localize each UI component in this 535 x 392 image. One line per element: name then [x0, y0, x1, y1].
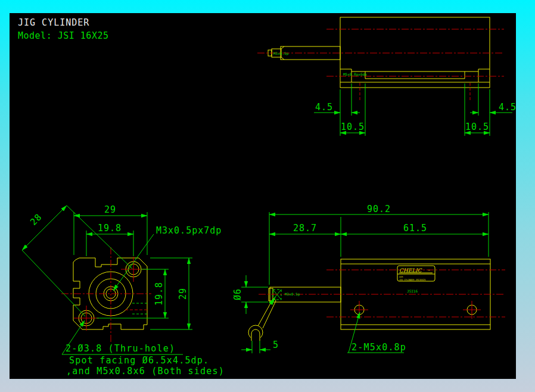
dim-hole-span-v: 19.8: [154, 282, 164, 306]
cad-drawing: JIG CYLINDER Model: JSI 16X25 M3x0.5p M5…: [10, 13, 516, 379]
side-view: CHELIC ™ AIR JIG CYLINDER JSI16X25 JSI16…: [232, 204, 505, 353]
model-label: Model: JSI 16X25: [18, 30, 109, 41]
dim-total-length: 90.2: [367, 204, 391, 214]
port-callout: 2-M5x0.8p: [352, 342, 406, 353]
dim-right-offset: 4.5: [499, 102, 516, 113]
dim-rod-diameter: Ø6: [232, 288, 243, 300]
brand-logo: CHELIC: [399, 267, 422, 273]
dim-left-pitch: 10.5: [341, 122, 365, 132]
front-view: 29 19.8 28 M3x0.5px7dp 19.8 29 2-Ø3.8 (T…: [22, 204, 225, 377]
cylinder-body-outline: [340, 17, 490, 88]
body-marking: JSI16: [407, 289, 418, 293]
note-thru-hole: 2-Ø3.8 (Thru-hole): [66, 343, 175, 354]
dim-hole-span-h: 19.8: [98, 223, 122, 234]
hidden-lines: [132, 303, 149, 314]
dim-wrench-flats: 5: [273, 340, 279, 350]
dim-right-pitch: 10.5: [465, 122, 489, 132]
note-thread-both-sides: ,and M5x0.8x6 (Both sides): [66, 366, 225, 377]
cad-drawing-canvas[interactable]: JIG CYLINDER Model: JSI 16X25 M3x0.5p M5…: [10, 13, 516, 379]
dim-height: 29: [178, 288, 188, 300]
port-thread-label: M5x0.8px6dp: [343, 72, 367, 77]
top-side-view: M3x0.5p M5x0.8px6dp 4.5 10.5 4.5 10.5: [257, 17, 516, 136]
dim-rod-section: 28.7: [293, 223, 317, 234]
port-centerlines: [360, 83, 470, 100]
note-spot-facing: Spot facing Ø6.5x4.5dp.: [69, 355, 209, 366]
rod-thread-label: M3x0.5p: [285, 292, 300, 297]
rod-thread-label: M3x0.5p: [273, 51, 289, 56]
nameplate: CHELIC ™ AIR JIG CYLINDER JSI16X25: [397, 266, 435, 281]
dim-width: 29: [104, 204, 116, 215]
nameplate-line1: AIR: [399, 276, 403, 278]
thread-callout: M3x0.5px7dp: [156, 225, 222, 236]
drawing-title-block: JIG CYLINDER Model: JSI 16X25: [18, 17, 109, 41]
extension-lines: [241, 212, 489, 353]
dim-left-offset: 4.5: [315, 102, 333, 113]
port-crosshairs: [350, 301, 481, 319]
nameplate-line2: JIG CYLINDER JSI16X25: [399, 279, 425, 281]
dim-body-length: 61.5: [403, 223, 427, 234]
dim-diagonal: 28: [28, 211, 44, 228]
wrench-symbol: [248, 297, 276, 341]
hole-crosshairs: [74, 257, 146, 331]
page-title: JIG CYLINDER: [18, 17, 89, 28]
